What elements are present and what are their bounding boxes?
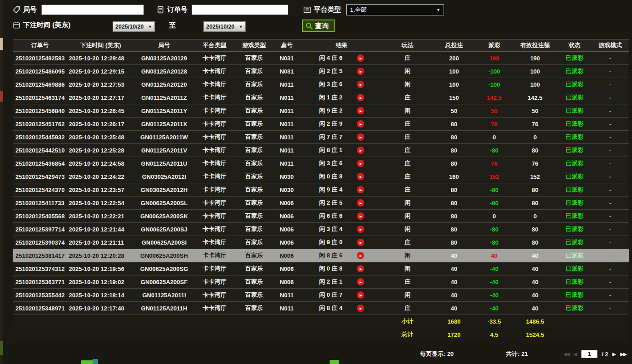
table-row[interactable]: 2510201254294732025-10-20 12:24:22GN0302…	[13, 170, 629, 183]
cell-total: 100	[433, 78, 476, 91]
cell-payout: 0	[476, 210, 513, 223]
cell-status: 已派彩	[558, 157, 592, 170]
play-video-icon[interactable]: ▶	[357, 305, 364, 312]
cell-status: 已派彩	[558, 262, 592, 275]
cell-platform: 卡卡湾厅	[194, 289, 236, 302]
next-page-button[interactable]: ▶	[612, 351, 616, 357]
table-row[interactable]: 2510201253554422025-10-20 12:18:14GN0112…	[13, 289, 629, 302]
cell-status: 已派彩	[558, 236, 592, 249]
play-video-icon[interactable]: ▶	[357, 54, 364, 62]
prev-page-button[interactable]: ◀	[573, 351, 577, 357]
table-row[interactable]: 2510201253743122025-10-20 12:19:56GN0062…	[13, 262, 629, 275]
table-row[interactable]: 2510201253903742025-10-20 12:21:11GN0062…	[13, 236, 629, 249]
cell-table_no: N006	[273, 223, 301, 236]
table-row[interactable]: 2510201254243702025-10-20 12:23:57GN0302…	[13, 183, 629, 197]
play-video-icon[interactable]: ▶	[357, 107, 364, 114]
cell-table_no: N006	[273, 210, 301, 223]
query-button[interactable]: 查询	[302, 20, 335, 32]
cell-mode: -	[592, 118, 629, 131]
cell-result: 闲 2 庄 1▶	[301, 275, 383, 289]
cell-total: 40	[433, 275, 476, 289]
result-text: 闲 3 庄 6	[319, 81, 342, 88]
cell-time: 2025-10-20 12:19:02	[67, 275, 135, 289]
grand-total-total-bet: 1720	[433, 328, 476, 341]
cell-valid: 40	[513, 249, 558, 262]
calendar-icon	[13, 21, 20, 29]
cell-game: GN01125A2011I	[135, 289, 194, 302]
table-row[interactable]: 2510201253977142025-10-20 12:21:44GN0062…	[13, 223, 629, 236]
play-video-icon[interactable]: ▶	[357, 226, 364, 233]
cell-valid: 40	[513, 262, 558, 275]
play-video-icon[interactable]: ▶	[357, 147, 364, 154]
cell-platform: 卡卡湾厅	[194, 197, 236, 210]
cell-time: 2025-10-20 12:29:48	[67, 52, 135, 65]
table-row[interactable]: 2510201253637712025-10-20 12:19:02GN0062…	[13, 275, 629, 289]
date-from-value: 2025/10/20	[115, 24, 144, 30]
table-row[interactable]: 2510201254117332025-10-20 12:22:54GN0062…	[13, 197, 629, 210]
cell-valid: 190	[513, 52, 558, 65]
table-row[interactable]: 2510201254925832025-10-20 12:29:48GN0312…	[13, 52, 629, 65]
cell-time: 2025-10-20 12:26:17	[67, 118, 135, 131]
date-from-picker[interactable]: 2025/10/20 ▼	[113, 21, 155, 32]
order-no-filter-group: 订单号	[157, 5, 288, 15]
play-video-icon[interactable]: ▶	[357, 291, 364, 299]
game-no-input[interactable]	[41, 5, 144, 15]
play-video-icon[interactable]: ▶	[357, 94, 364, 101]
table-row[interactable]: 2510201254860952025-10-20 12:29:15GN0312…	[13, 65, 629, 78]
page-number-input[interactable]	[581, 350, 597, 358]
cell-type: 百家乐	[236, 65, 273, 78]
column-header: 派彩	[476, 39, 513, 52]
cell-status: 已派彩	[558, 183, 592, 197]
cell-mode: -	[592, 289, 629, 302]
table-row[interactable]: 2510201253489712025-10-20 12:17:40GN0112…	[13, 302, 629, 315]
play-video-icon[interactable]: ▶	[357, 199, 364, 207]
date-to-label: 至	[169, 21, 176, 30]
search-icon	[306, 22, 313, 30]
play-video-icon[interactable]: ▶	[357, 68, 364, 75]
table-row[interactable]: 2510201253814172025-10-20 12:20:28GN0062…	[13, 249, 629, 262]
cell-platform: 卡卡湾厅	[194, 275, 236, 289]
cell-type: 百家乐	[236, 118, 273, 131]
cell-result: 闲 1 庄 2▶	[301, 91, 383, 104]
table-row[interactable]: 2510201254368542025-10-20 12:24:58GN0112…	[13, 157, 629, 170]
cell-game: GN03125A20128	[135, 65, 194, 78]
play-video-icon[interactable]: ▶	[357, 133, 364, 141]
column-header: 局号	[135, 39, 194, 52]
table-row[interactable]: 2510201254517622025-10-20 12:26:17GN0112…	[13, 118, 629, 131]
table-row[interactable]: 2510201254631742025-10-20 12:27:17GN0112…	[13, 91, 629, 104]
play-video-icon[interactable]: ▶	[357, 252, 364, 259]
result-text: 闲 7 庄 7	[319, 133, 342, 140]
table-row[interactable]: 2510201254055682025-10-20 12:22:21GN0062…	[13, 210, 629, 223]
cell-mode: -	[592, 275, 629, 289]
cell-platform: 卡卡湾厅	[194, 52, 236, 65]
first-page-button[interactable]: ◀◀	[563, 351, 569, 357]
order-no-input[interactable]	[192, 5, 288, 15]
table-row[interactable]: 2510201254698862025-10-20 12:27:53GN0112…	[13, 78, 629, 91]
cell-play: 闲	[383, 65, 433, 78]
cell-payout: -100	[476, 78, 513, 91]
cell-payout: 190	[476, 52, 513, 65]
play-video-icon[interactable]: ▶	[357, 120, 364, 128]
table-row[interactable]: 2510201254425102025-10-20 12:25:28GN0112…	[13, 144, 629, 157]
last-page-button[interactable]: ▶▶	[620, 351, 626, 357]
play-video-icon[interactable]: ▶	[357, 278, 364, 285]
play-video-icon[interactable]: ▶	[357, 239, 364, 246]
result-text: 闲 0 庄 8	[319, 173, 342, 180]
cell-play: 庄	[383, 275, 433, 289]
date-to-picker[interactable]: 2025/10/20 ▼	[203, 21, 246, 32]
page-total-label: / 2	[602, 351, 608, 358]
table-row[interactable]: 2510201254459322025-10-20 12:25:48GN0112…	[13, 131, 629, 144]
platform-select[interactable]: 1.全部 ▼	[346, 4, 444, 15]
cell-valid: 40	[513, 275, 558, 289]
play-video-icon[interactable]: ▶	[357, 186, 364, 193]
cell-play: 闲	[383, 197, 433, 210]
play-video-icon[interactable]: ▶	[357, 81, 364, 88]
play-video-icon[interactable]: ▶	[357, 212, 364, 220]
cell-type: 百家乐	[236, 223, 273, 236]
play-video-icon[interactable]: ▶	[357, 265, 364, 272]
order-no-label: 订单号	[167, 5, 188, 14]
play-video-icon[interactable]: ▶	[357, 160, 364, 167]
table-row[interactable]: 2510201254568402025-10-20 12:26:45GN0112…	[13, 104, 629, 118]
play-video-icon[interactable]: ▶	[357, 173, 364, 180]
cell-total: 80	[433, 236, 476, 249]
